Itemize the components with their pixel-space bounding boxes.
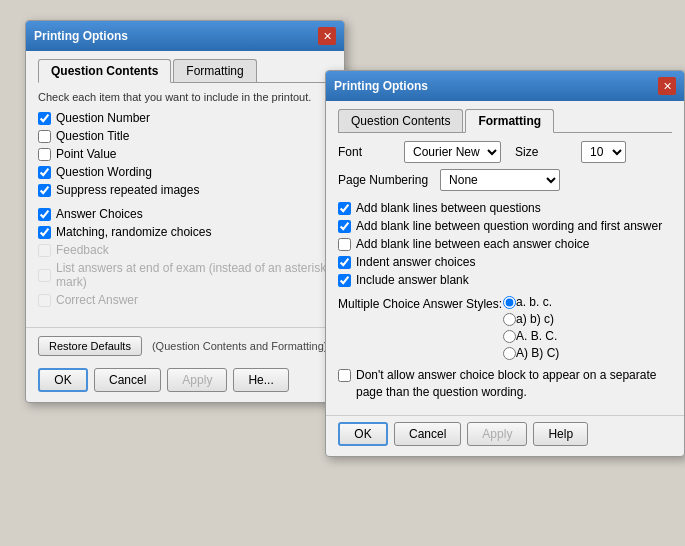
font-label: Font (338, 145, 398, 159)
label-list-answers: List answers at end of exam (instead of … (56, 261, 332, 289)
list-item: Include answer blank (338, 273, 672, 287)
mc-label: Multiple Choice Answer Styles: (338, 295, 503, 311)
dialog-printing-options-1: Printing Options ✕ Question Contents For… (25, 20, 345, 403)
checkbox-blank-line-wording[interactable] (338, 220, 351, 233)
list-item: Question Wording (38, 165, 332, 179)
close-button-1[interactable]: ✕ (318, 27, 336, 45)
label-mc-ABC-paren: A) B) C) (516, 346, 559, 360)
dialog-printing-options-2: Printing Options ✕ Question Contents For… (325, 70, 685, 457)
checkbox-include-blank[interactable] (338, 274, 351, 287)
nobreak-text: Don't allow answer choice block to appea… (356, 367, 672, 401)
label-indent-answers: Indent answer choices (356, 255, 475, 269)
list-item: A. B. C. (503, 329, 559, 343)
list-item: Point Value (38, 147, 332, 161)
list-item: Question Title (38, 129, 332, 143)
tabs-1: Question Contents Formatting (38, 59, 332, 83)
cancel-button-2[interactable]: Cancel (394, 422, 461, 446)
label-feedback: Feedback (56, 243, 109, 257)
radio-mc-abc-dot[interactable] (503, 296, 516, 309)
list-item: Matching, randomize choices (38, 225, 332, 239)
list-item: Question Number (38, 111, 332, 125)
tab-formatting-1[interactable]: Formatting (173, 59, 256, 82)
page-numbering-row: Page Numbering None (338, 169, 672, 191)
ok-button-2[interactable]: OK (338, 422, 388, 446)
list-item: a) b) c) (503, 312, 559, 326)
tab-question-contents-2[interactable]: Question Contents (338, 109, 463, 132)
label-mc-ABC-dot: A. B. C. (516, 329, 557, 343)
list-item: Feedback (38, 243, 332, 257)
footer-1: Restore Defaults (Question Contents and … (26, 327, 344, 364)
tab-question-contents-1[interactable]: Question Contents (38, 59, 171, 83)
checkbox-feedback[interactable] (38, 244, 51, 257)
help-button-2[interactable]: Help (533, 422, 588, 446)
label-question-wording: Question Wording (56, 165, 152, 179)
list-item: A) B) C) (503, 346, 559, 360)
checkbox-question-wording[interactable] (38, 166, 51, 179)
checkbox-point-value[interactable] (38, 148, 51, 161)
dialog-title-1: Printing Options (34, 29, 128, 43)
page-numbering-label: Page Numbering (338, 173, 428, 187)
list-item: Suppress repeated images (38, 183, 332, 197)
label-question-number: Question Number (56, 111, 150, 125)
label-blank-line-wording: Add blank line between question wording … (356, 219, 662, 233)
label-point-value: Point Value (56, 147, 117, 161)
cancel-button-1[interactable]: Cancel (94, 368, 161, 392)
radio-mc-ABC-paren[interactable] (503, 347, 516, 360)
label-mc-abc-dot: a. b. c. (516, 295, 552, 309)
tabs-2: Question Contents Formatting (338, 109, 672, 133)
tab-formatting-2[interactable]: Formatting (465, 109, 554, 133)
list-item: Add blank line between each answer choic… (338, 237, 672, 251)
help-button-1[interactable]: He... (233, 368, 288, 392)
checkbox-blank-line-answer[interactable] (338, 238, 351, 251)
size-select[interactable]: 10 (581, 141, 626, 163)
restore-defaults-button[interactable]: Restore Defaults (38, 336, 142, 356)
mc-options: a. b. c. a) b) c) A. B. C. A) B) C) (503, 295, 559, 363)
close-button-2[interactable]: ✕ (658, 77, 676, 95)
page-numbering-select[interactable]: None (440, 169, 560, 191)
label-blank-line-answer: Add blank line between each answer choic… (356, 237, 589, 251)
checkbox-answer-choices[interactable] (38, 208, 51, 221)
list-item: Correct Answer (38, 293, 332, 307)
font-select[interactable]: Courier New (404, 141, 501, 163)
label-question-title: Question Title (56, 129, 129, 143)
checkbox-blank-lines-questions[interactable] (338, 202, 351, 215)
dialog-body-1: Question Contents Formatting Check each … (26, 51, 344, 321)
restore-label: (Question Contents and Formatting) (152, 340, 327, 352)
radio-mc-abc-paren[interactable] (503, 313, 516, 326)
list-item: Indent answer choices (338, 255, 672, 269)
list-item: Add blank line between question wording … (338, 219, 672, 233)
ok-button-1[interactable]: OK (38, 368, 88, 392)
checkbox-list-answers[interactable] (38, 269, 51, 282)
checkbox-question-number[interactable] (38, 112, 51, 125)
titlebar-2: Printing Options ✕ (326, 71, 684, 101)
dialog-body-2: Question Contents Formatting Font Courie… (326, 101, 684, 411)
label-blank-lines-questions: Add blank lines between questions (356, 201, 541, 215)
label-mc-abc-paren: a) b) c) (516, 312, 554, 326)
label-answer-choices: Answer Choices (56, 207, 143, 221)
list-item: Answer Choices (38, 207, 332, 221)
list-item: a. b. c. (503, 295, 559, 309)
apply-button-2[interactable]: Apply (467, 422, 527, 446)
nobreak-row: Don't allow answer choice block to appea… (338, 367, 672, 401)
header-text: Check each item that you want to include… (38, 91, 332, 103)
list-item: Add blank lines between questions (338, 201, 672, 215)
mc-styles-row: Multiple Choice Answer Styles: a. b. c. … (338, 295, 672, 363)
font-row: Font Courier New Size 10 (338, 141, 672, 163)
checkbox-question-title[interactable] (38, 130, 51, 143)
checkbox-matching[interactable] (38, 226, 51, 239)
titlebar-1: Printing Options ✕ (26, 21, 344, 51)
size-label: Size (515, 145, 575, 159)
checkbox-nobreak[interactable] (338, 369, 351, 382)
label-include-blank: Include answer blank (356, 273, 469, 287)
checkbox-indent-answers[interactable] (338, 256, 351, 269)
checkbox-correct-answer[interactable] (38, 294, 51, 307)
dialog-title-2: Printing Options (334, 79, 428, 93)
label-suppress-images: Suppress repeated images (56, 183, 199, 197)
checkbox-suppress-images[interactable] (38, 184, 51, 197)
radio-mc-ABC-dot[interactable] (503, 330, 516, 343)
apply-button-1[interactable]: Apply (167, 368, 227, 392)
label-correct-answer: Correct Answer (56, 293, 138, 307)
label-matching: Matching, randomize choices (56, 225, 211, 239)
list-item: List answers at end of exam (instead of … (38, 261, 332, 289)
